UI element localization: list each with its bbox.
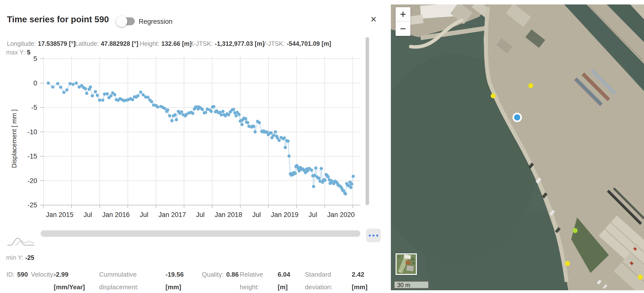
stat-id: ID:590 [6,268,28,281]
data-point [317,176,320,180]
y-tick-label: 0 [34,80,37,87]
x-tick-label: Jul [308,211,317,218]
stat-standard-deviation-label2: deviation: [305,281,332,293]
timeseries-panel: 50-5-10-15-20-25Jan 2015JulJan 2016JulJa… [0,0,391,293]
y-tick-label: -15 [28,152,37,160]
chart-menu-button[interactable] [366,228,381,242]
data-point [349,186,352,189]
meta-longitude: Longitude:17.538579 [°] [7,40,76,47]
y-tick-label: -5 [31,104,37,111]
map-point[interactable] [573,228,578,233]
zoom-out-button[interactable]: − [396,22,410,36]
data-point [344,192,347,196]
meta-y-jtsk: Y-JTSK:-544,701.09 [m] [262,40,331,47]
data-point [66,88,68,92]
data-point [210,110,213,113]
min-y-setting[interactable]: min Y:-25 [6,254,34,261]
map-scale-bar: 30 m [394,281,429,289]
data-point [234,114,238,118]
stat-standard-deviation: Standard deviation: 2.42 [mm] [305,268,332,293]
data-point [324,178,327,182]
meta-latitude-label: Latitude: [75,40,99,47]
data-point [283,136,286,140]
inset-thumbnail [396,254,416,274]
chart-horizontal-scrollbar[interactable] [40,230,360,237]
map-point[interactable] [565,261,570,266]
data-point [294,172,297,175]
x-tick-label: Jul [84,211,92,218]
meta-height-label: Height: [140,40,159,47]
data-point [142,93,145,96]
x-tick-label: Jan 2016 [102,211,130,218]
stat-id-label: ID: [6,271,14,278]
chart-vertical-scrollbar[interactable] [366,37,369,205]
data-point [96,94,99,97]
meta-x-jtsk: X-JTSK:-1,312,977.03 [m] [190,40,264,47]
x-tick-label: Jan 2019 [271,211,298,218]
data-point [146,96,150,99]
data-point [312,185,315,188]
stat-cumulative-label: Cummulative [99,268,139,281]
data-point [287,154,290,158]
stat-quality-value: 0.86 [226,271,239,278]
data-point [238,113,241,116]
y-tick-label: -25 [28,201,37,209]
y-axis-title: Displacement [ mm ] [10,110,18,168]
x-tick-label: Jul [140,211,148,218]
data-point [222,110,225,113]
distribution-curves-icon [7,237,35,247]
stat-velocity-unit: [mm/Year] [54,281,85,293]
meta-height-value: 132.66 [m] [161,40,192,47]
meta-y-jtsk-value: -544,701.09 [m] [287,40,331,47]
x-tick-label: Jan 2020 [327,211,355,218]
data-point [220,113,223,116]
data-point [286,140,290,143]
stat-standard-deviation-unit: [mm] [352,281,368,293]
data-point [232,108,235,111]
min-y-label: min Y: [6,254,23,261]
map-point[interactable] [491,93,496,98]
satellite-map[interactable] [391,4,644,290]
regression-toggle[interactable] [118,17,135,25]
regression-label: Regression [139,18,173,26]
map-panel[interactable]: + − 30 m [391,4,644,290]
map-point[interactable] [528,83,533,88]
stat-cumulative-label2: displacement: [99,281,139,293]
data-point [326,175,330,178]
meta-height: Height:132.66 [m] [140,40,192,47]
stat-velocity-value: -2.99 [54,268,85,281]
page-title: Time series for point 590 [7,14,109,24]
stat-quality: Quality:0.86 [202,268,239,281]
close-button[interactable]: × [367,13,380,26]
stat-standard-deviation-value: 2.42 [352,268,368,281]
data-point [98,98,101,102]
selected-point[interactable] [514,114,520,120]
toggle-knob-icon [116,16,127,27]
data-point [94,90,97,93]
data-point [246,121,250,124]
data-point [85,92,88,95]
x-tick-label: Jan 2017 [158,211,186,218]
y-tick-label: -10 [28,128,37,136]
stat-relative-height-unit: [m] [278,281,290,293]
max-y-setting[interactable]: max Y:5 [6,49,30,56]
stat-relative-height-label: Relative [240,268,263,281]
menu-dot-icon [372,234,374,236]
data-point [91,94,94,97]
data-point [212,105,216,108]
data-point [310,169,313,172]
data-point [252,125,255,128]
zoom-in-button[interactable]: + [396,7,410,22]
x-tick-label: Jan 2015 [46,211,73,218]
data-point [101,98,104,102]
data-point [170,119,174,122]
data-point [174,113,177,116]
data-point [350,182,354,186]
data-point [51,86,54,89]
stat-cumulative-unit: [mm] [166,281,184,293]
map-point[interactable] [638,275,643,280]
stat-cumulative-displacement: Cummulative displacement: -19.56 [mm] [99,268,139,293]
overview-inset[interactable] [396,253,417,275]
meta-x-jtsk-value: -1,312,977.03 [m] [215,40,264,47]
meta-longitude-label: Longitude: [7,40,36,47]
